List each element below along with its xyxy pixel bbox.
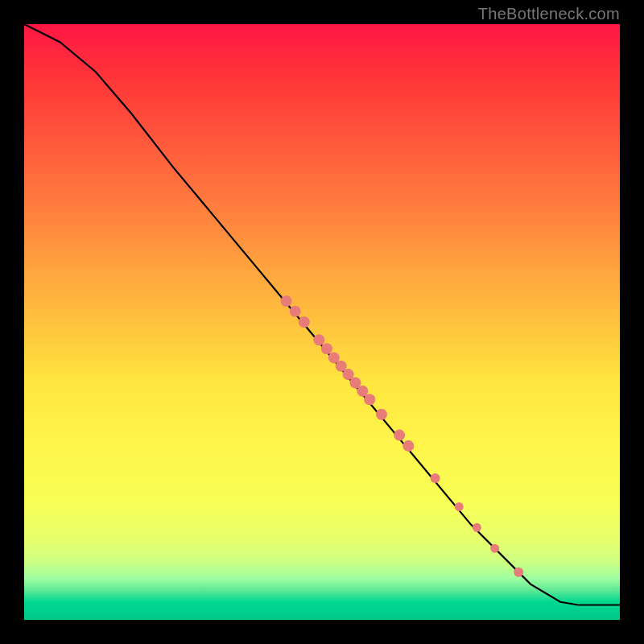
data-marker xyxy=(455,502,464,511)
data-marker xyxy=(321,343,332,354)
data-marker xyxy=(299,316,310,328)
data-marker xyxy=(473,523,481,532)
chart-svg xyxy=(24,24,620,620)
data-marker xyxy=(313,334,324,345)
data-marker xyxy=(376,409,387,420)
data-marker xyxy=(290,306,301,317)
data-marker xyxy=(514,568,523,577)
data-marker xyxy=(490,544,499,553)
data-marker xyxy=(281,295,292,307)
watermark-text: TheBottleneck.com xyxy=(478,5,620,23)
data-curve xyxy=(24,24,620,605)
data-marker xyxy=(394,430,405,441)
data-marker xyxy=(364,394,375,405)
data-marker xyxy=(402,440,414,452)
marker-group xyxy=(281,295,524,577)
data-marker xyxy=(431,473,440,483)
